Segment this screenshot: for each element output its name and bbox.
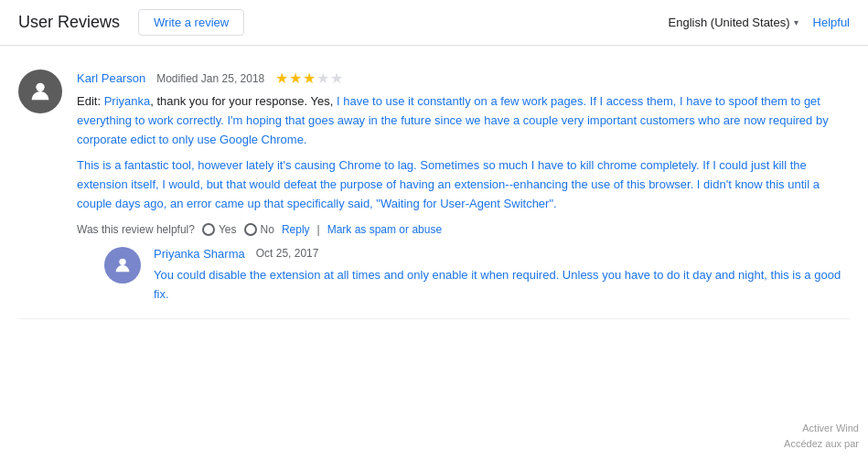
review-meta: Karl Pearson Modified Jan 25, 2018 ★ ★ ★… <box>77 70 850 87</box>
helpful-question: Was this review helpful? <box>77 223 195 236</box>
action-separator: | <box>317 223 320 236</box>
reviewer-name: Karl Pearson <box>77 71 145 85</box>
reply-date: Oct 25, 2017 <box>256 247 319 260</box>
dropdown-arrow-icon: ▾ <box>794 17 798 27</box>
no-label: No <box>261 223 274 236</box>
star-4: ★ <box>316 70 329 87</box>
yes-option[interactable]: Yes <box>202 223 237 236</box>
reply-link[interactable]: Reply <box>282 223 310 236</box>
reply-content: Priyanka Sharma Oct 25, 2017 You could d… <box>154 247 850 305</box>
star-2: ★ <box>289 70 302 87</box>
svg-point-1 <box>119 258 125 264</box>
star-3: ★ <box>303 70 316 87</box>
watermark-line1: Activer Wind <box>784 421 859 436</box>
review-text: Edit: Priyanka, thank you for your respo… <box>77 92 850 214</box>
header-controls: English (United States) ▾ Helpful <box>669 16 850 29</box>
reply-text: You could disable the extension at all t… <box>154 266 850 305</box>
no-radio[interactable] <box>244 223 257 236</box>
reply-meta: Priyanka Sharma Oct 25, 2017 <box>154 247 850 261</box>
watermark-line2: Accédez aux par <box>784 436 859 452</box>
review-date: Modified Jan 25, 2018 <box>156 72 264 85</box>
spam-link[interactable]: Mark as spam or abuse <box>327 223 442 236</box>
no-option[interactable]: No <box>244 223 274 236</box>
language-selector[interactable]: English (United States) ▾ <box>669 16 798 29</box>
language-label: English (United States) <box>669 16 790 29</box>
review-content: Karl Pearson Modified Jan 25, 2018 ★ ★ ★… <box>77 70 850 304</box>
page-title: User Reviews <box>18 13 120 32</box>
star-5: ★ <box>330 70 343 87</box>
sort-helpful-button[interactable]: Helpful <box>813 16 850 29</box>
reply-reviewer-name: Priyanka Sharma <box>154 247 245 261</box>
review-paragraph-1: Edit: Priyanka, thank you for your respo… <box>77 92 850 149</box>
yes-radio[interactable] <box>202 223 215 236</box>
star-1: ★ <box>275 70 288 87</box>
yes-label: Yes <box>219 223 237 236</box>
review-actions: Was this review helpful? Yes No Reply | … <box>77 223 850 236</box>
watermark: Activer Wind Accédez aux par <box>784 421 859 451</box>
star-rating: ★ ★ ★ ★ ★ <box>275 70 343 87</box>
svg-point-0 <box>36 83 44 91</box>
review-paragraph-2: This is a fantastic tool, however lately… <box>77 156 850 213</box>
review-item: Karl Pearson Modified Jan 25, 2018 ★ ★ ★… <box>18 55 850 319</box>
write-review-button[interactable]: Write a review <box>138 9 244 36</box>
avatar <box>18 70 62 113</box>
reply-avatar <box>104 247 141 283</box>
reply-section: Priyanka Sharma Oct 25, 2017 You could d… <box>104 247 850 305</box>
page-header: User Reviews Write a review English (Uni… <box>0 0 868 46</box>
reviews-container: Karl Pearson Modified Jan 25, 2018 ★ ★ ★… <box>0 46 868 328</box>
